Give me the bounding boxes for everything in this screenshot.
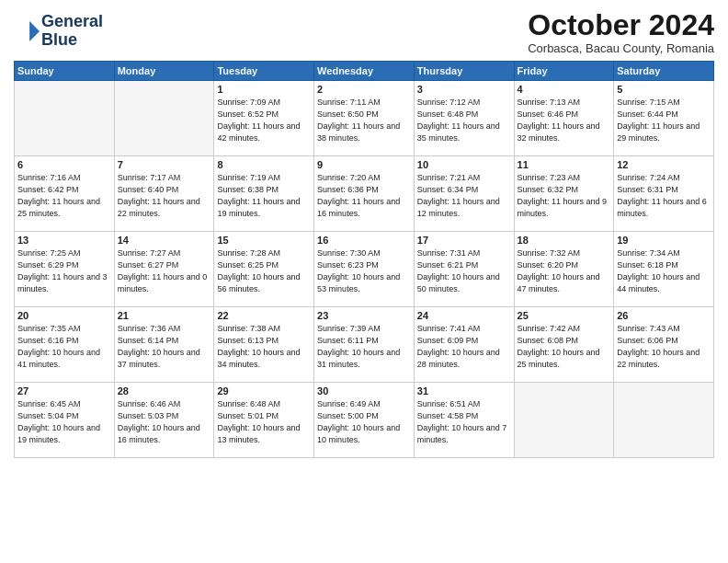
calendar-cell: 17Sunrise: 7:31 AMSunset: 6:21 PMDayligh…	[414, 232, 514, 307]
day-detail: Sunrise: 7:24 AMSunset: 6:31 PMDaylight:…	[617, 172, 711, 220]
day-number: 28	[118, 385, 211, 396]
logo-icon	[14, 18, 40, 44]
calendar-cell: 25Sunrise: 7:42 AMSunset: 6:08 PMDayligh…	[514, 307, 614, 383]
day-number: 7	[118, 159, 211, 170]
day-detail: Sunrise: 7:38 AMSunset: 6:13 PMDaylight:…	[217, 323, 311, 371]
day-detail: Sunrise: 7:12 AMSunset: 6:48 PMDaylight:…	[417, 97, 511, 144]
calendar-cell: 18Sunrise: 7:32 AMSunset: 6:20 PMDayligh…	[514, 232, 614, 307]
header: General Blue October 2024 Corbasca, Baca…	[14, 9, 714, 55]
calendar-week-row: 27Sunrise: 6:45 AMSunset: 5:04 PMDayligh…	[15, 383, 714, 458]
col-header-friday: Friday	[514, 62, 614, 81]
day-detail: Sunrise: 7:15 AMSunset: 6:44 PMDaylight:…	[617, 97, 711, 144]
day-detail: Sunrise: 6:45 AMSunset: 5:04 PMDaylight:…	[17, 398, 111, 446]
day-detail: Sunrise: 7:31 AMSunset: 6:21 PMDaylight:…	[417, 247, 511, 295]
day-detail: Sunrise: 7:27 AMSunset: 6:27 PMDaylight:…	[118, 247, 211, 295]
page: General Blue October 2024 Corbasca, Baca…	[0, 0, 728, 563]
day-detail: Sunrise: 7:23 AMSunset: 6:32 PMDaylight:…	[518, 172, 611, 220]
calendar-cell: 11Sunrise: 7:23 AMSunset: 6:32 PMDayligh…	[514, 156, 614, 232]
calendar-cell: 15Sunrise: 7:28 AMSunset: 6:25 PMDayligh…	[214, 232, 314, 307]
calendar-week-row: 1Sunrise: 7:09 AMSunset: 6:52 PMDaylight…	[15, 81, 714, 156]
col-header-monday: Monday	[114, 62, 214, 81]
day-detail: Sunrise: 7:13 AMSunset: 6:46 PMDaylight:…	[518, 97, 611, 144]
calendar-cell: 10Sunrise: 7:21 AMSunset: 6:34 PMDayligh…	[414, 156, 514, 232]
calendar-cell: 1Sunrise: 7:09 AMSunset: 6:52 PMDaylight…	[214, 81, 314, 156]
calendar-header-row: SundayMondayTuesdayWednesdayThursdayFrid…	[15, 62, 714, 81]
day-detail: Sunrise: 7:25 AMSunset: 6:29 PMDaylight:…	[17, 247, 111, 295]
day-detail: Sunrise: 7:42 AMSunset: 6:08 PMDaylight:…	[518, 323, 611, 371]
day-detail: Sunrise: 7:43 AMSunset: 6:06 PMDaylight:…	[617, 323, 711, 371]
day-detail: Sunrise: 6:49 AMSunset: 5:00 PMDaylight:…	[317, 398, 411, 446]
col-header-sunday: Sunday	[15, 62, 115, 81]
day-number: 8	[217, 159, 311, 170]
day-detail: Sunrise: 7:16 AMSunset: 6:42 PMDaylight:…	[17, 172, 111, 220]
calendar-table: SundayMondayTuesdayWednesdayThursdayFrid…	[14, 61, 714, 458]
calendar-cell: 31Sunrise: 6:51 AMSunset: 4:58 PMDayligh…	[414, 383, 514, 458]
calendar-cell: 12Sunrise: 7:24 AMSunset: 6:31 PMDayligh…	[614, 156, 714, 232]
calendar-cell: 3Sunrise: 7:12 AMSunset: 6:48 PMDaylight…	[414, 81, 514, 156]
day-number: 9	[317, 159, 411, 170]
day-detail: Sunrise: 7:21 AMSunset: 6:34 PMDaylight:…	[417, 172, 511, 220]
day-number: 13	[17, 235, 111, 246]
day-number: 1	[217, 84, 311, 95]
day-number: 20	[17, 310, 111, 321]
svg-marker-1	[34, 21, 40, 27]
col-header-tuesday: Tuesday	[214, 62, 314, 81]
col-header-thursday: Thursday	[414, 62, 514, 81]
calendar-week-row: 13Sunrise: 7:25 AMSunset: 6:29 PMDayligh…	[15, 232, 714, 307]
day-detail: Sunrise: 7:34 AMSunset: 6:18 PMDaylight:…	[617, 247, 711, 295]
day-number: 4	[518, 84, 611, 95]
day-number: 12	[617, 159, 711, 170]
day-detail: Sunrise: 7:11 AMSunset: 6:50 PMDaylight:…	[317, 97, 411, 144]
day-number: 21	[118, 310, 211, 321]
logo-line2: Blue	[41, 31, 103, 50]
day-detail: Sunrise: 7:35 AMSunset: 6:16 PMDaylight:…	[17, 323, 111, 371]
calendar-cell: 5Sunrise: 7:15 AMSunset: 6:44 PMDaylight…	[614, 81, 714, 156]
calendar-cell	[514, 383, 614, 458]
day-number: 15	[217, 235, 311, 246]
day-number: 3	[417, 84, 511, 95]
day-number: 2	[317, 84, 411, 95]
day-number: 26	[617, 310, 711, 321]
day-detail: Sunrise: 7:28 AMSunset: 6:25 PMDaylight:…	[217, 247, 311, 295]
calendar-cell: 14Sunrise: 7:27 AMSunset: 6:27 PMDayligh…	[114, 232, 214, 307]
col-header-saturday: Saturday	[614, 62, 714, 81]
day-detail: Sunrise: 7:19 AMSunset: 6:38 PMDaylight:…	[217, 172, 311, 220]
calendar-cell: 19Sunrise: 7:34 AMSunset: 6:18 PMDayligh…	[614, 232, 714, 307]
calendar-cell: 23Sunrise: 7:39 AMSunset: 6:11 PMDayligh…	[314, 307, 415, 383]
logo: General Blue	[14, 13, 103, 50]
day-number: 27	[17, 385, 111, 396]
month-title: October 2024	[528, 9, 714, 41]
day-detail: Sunrise: 7:17 AMSunset: 6:40 PMDaylight:…	[118, 172, 211, 220]
day-number: 5	[617, 84, 711, 95]
calendar-cell: 8Sunrise: 7:19 AMSunset: 6:38 PMDaylight…	[214, 156, 314, 232]
col-header-wednesday: Wednesday	[314, 62, 415, 81]
day-number: 24	[417, 310, 511, 321]
day-number: 19	[617, 235, 711, 246]
day-number: 17	[417, 235, 511, 246]
calendar-cell: 21Sunrise: 7:36 AMSunset: 6:14 PMDayligh…	[114, 307, 214, 383]
day-number: 22	[217, 310, 311, 321]
logo-line1: General	[41, 13, 103, 31]
calendar-cell: 4Sunrise: 7:13 AMSunset: 6:46 PMDaylight…	[514, 81, 614, 156]
calendar-cell	[15, 81, 115, 156]
calendar-cell: 26Sunrise: 7:43 AMSunset: 6:06 PMDayligh…	[614, 307, 714, 383]
day-detail: Sunrise: 7:30 AMSunset: 6:23 PMDaylight:…	[317, 247, 411, 295]
calendar-cell	[614, 383, 714, 458]
location: Corbasca, Bacau County, Romania	[528, 41, 714, 55]
day-number: 6	[17, 159, 111, 170]
calendar-cell: 27Sunrise: 6:45 AMSunset: 5:04 PMDayligh…	[15, 383, 115, 458]
calendar-cell: 24Sunrise: 7:41 AMSunset: 6:09 PMDayligh…	[414, 307, 514, 383]
day-detail: Sunrise: 6:51 AMSunset: 4:58 PMDaylight:…	[417, 398, 511, 446]
logo-text: General Blue	[41, 13, 103, 50]
day-number: 25	[518, 310, 611, 321]
calendar-week-row: 20Sunrise: 7:35 AMSunset: 6:16 PMDayligh…	[15, 307, 714, 383]
day-number: 11	[518, 159, 611, 170]
day-number: 31	[417, 385, 511, 396]
day-number: 30	[317, 385, 411, 396]
day-number: 29	[217, 385, 311, 396]
day-detail: Sunrise: 6:46 AMSunset: 5:03 PMDaylight:…	[118, 398, 211, 446]
calendar-week-row: 6Sunrise: 7:16 AMSunset: 6:42 PMDaylight…	[15, 156, 714, 232]
calendar-cell: 9Sunrise: 7:20 AMSunset: 6:36 PMDaylight…	[314, 156, 415, 232]
calendar-cell: 7Sunrise: 7:17 AMSunset: 6:40 PMDaylight…	[114, 156, 214, 232]
day-detail: Sunrise: 7:39 AMSunset: 6:11 PMDaylight:…	[317, 323, 411, 371]
